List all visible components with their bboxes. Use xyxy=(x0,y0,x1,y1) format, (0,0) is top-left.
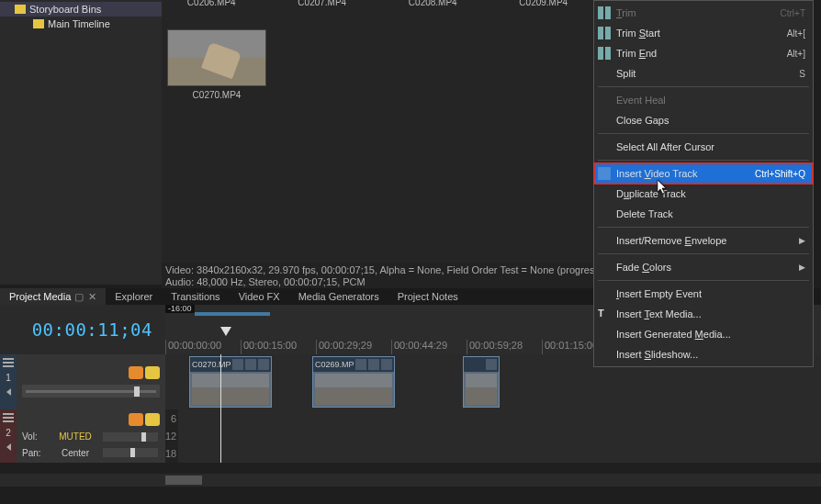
chevron-right-icon: ▶ xyxy=(799,263,805,272)
audio-track-2: 2 Vol: MUTED Pan: Center 6 12 18 xyxy=(0,409,821,463)
clip-menu-icon[interactable] xyxy=(381,359,392,370)
media-thumb[interactable]: C0207.MP4 xyxy=(276,0,369,7)
menu-label: Close Gaps xyxy=(616,115,669,126)
menu-shortcut: Ctrl+Shift+Q xyxy=(755,169,805,179)
menu-label: Duplicate Track xyxy=(616,188,686,199)
tab-video-fx[interactable]: Video FX xyxy=(230,288,289,305)
video-track-controls xyxy=(17,354,165,409)
video-clip[interactable] xyxy=(463,356,500,408)
close-icon[interactable]: ✕ xyxy=(87,292,96,301)
trim-icon xyxy=(598,27,611,39)
trim-icon xyxy=(598,47,611,60)
menu-separator xyxy=(598,280,809,281)
audio-track-lane[interactable] xyxy=(178,409,821,463)
pan-value: Center xyxy=(53,448,97,458)
menu-label: Insert Text Media... xyxy=(616,308,702,319)
solo-icon[interactable] xyxy=(145,413,160,426)
clip-crop-icon[interactable] xyxy=(355,359,366,370)
undock-icon[interactable]: ▢ xyxy=(74,292,84,301)
menu-separator xyxy=(598,227,809,228)
folder-icon xyxy=(15,5,26,14)
menu-label: Select All After Cursor xyxy=(616,141,714,152)
volume-slider[interactable] xyxy=(103,432,158,442)
hamburger-icon[interactable] xyxy=(3,358,14,360)
menu-item-fade-colors[interactable]: Fade Colors▶ xyxy=(594,257,813,277)
menu-item-delete-track[interactable]: Delete Track xyxy=(594,204,813,224)
tab-explorer[interactable]: Explorer xyxy=(106,288,162,305)
tree-item-storyboard-bins[interactable]: Storyboard Bins xyxy=(0,2,162,17)
tab-project-notes[interactable]: Project Notes xyxy=(388,288,467,305)
video-clip[interactable]: C0270.MP4 xyxy=(189,356,272,408)
menu-item-split[interactable]: SplitS xyxy=(594,63,813,84)
playhead-marker-icon[interactable] xyxy=(220,327,231,336)
menu-separator xyxy=(598,86,809,87)
menu-item-insert-text-media[interactable]: Insert Text Media... xyxy=(594,304,813,324)
clip-fx-icon[interactable] xyxy=(368,359,379,370)
bypass-fx-icon[interactable] xyxy=(129,366,143,379)
menu-item-insert-video-track[interactable]: Insert Video TrackCtrl+Shift+Q xyxy=(594,163,813,184)
menu-item-insert-remove-envelope[interactable]: Insert/Remove Envelope▶ xyxy=(594,230,813,251)
cursor-icon xyxy=(658,180,669,195)
media-thumb[interactable]: C0209.MP4 xyxy=(498,0,590,7)
menu-shortcut: Alt+[ xyxy=(787,28,805,39)
menu-label: Event Heal xyxy=(616,95,666,106)
trim-icon xyxy=(598,6,611,19)
hamburger-icon[interactable] xyxy=(3,413,14,415)
collapse-icon[interactable] xyxy=(6,388,11,396)
menu-item-insert-generated-media[interactable]: Insert Generated Media... xyxy=(594,324,813,344)
menu-label: Insert Empty Event xyxy=(616,288,702,299)
timecode-display[interactable]: 00:00:11;04 xyxy=(0,305,165,354)
context-menu: TrimCtrl+TTrim StartAlt+[Trim EndAlt+]Sp… xyxy=(593,0,814,367)
clip-menu-icon[interactable] xyxy=(486,359,497,370)
menu-label: Insert Generated Media... xyxy=(616,329,731,340)
audio-track-controls: Vol: MUTED Pan: Center xyxy=(17,409,165,463)
menu-separator xyxy=(598,253,809,254)
menu-label: Insert Video Track xyxy=(616,168,697,179)
track-handle[interactable]: 2 xyxy=(0,409,17,463)
media-thumb[interactable]: C0208.MP4 xyxy=(387,0,479,7)
solo-icon[interactable] xyxy=(145,366,160,379)
menu-item-trim-start[interactable]: Trim StartAlt+[ xyxy=(594,23,813,43)
media-thumb-selected[interactable]: C0270.MP4 xyxy=(165,7,268,100)
clip-menu-icon[interactable] xyxy=(258,359,269,370)
menu-label: Insert/Remove Envelope xyxy=(616,235,726,246)
clip-crop-icon[interactable] xyxy=(232,359,243,370)
collapse-icon[interactable] xyxy=(6,443,11,451)
pan-slider[interactable] xyxy=(103,448,158,457)
tab-transitions[interactable]: Transitions xyxy=(162,288,229,305)
volume-value: MUTED xyxy=(53,431,97,442)
tree-item-main-timeline[interactable]: Main Timeline xyxy=(0,17,162,31)
menu-item-event-heal: Event Heal xyxy=(594,90,813,110)
menu-separator xyxy=(598,133,809,134)
thumbnail-image xyxy=(167,29,266,86)
menu-label: Trim End xyxy=(616,48,657,59)
menu-item-duplicate-track[interactable]: Duplicate Track xyxy=(594,184,813,204)
video-clip[interactable]: C0269.MP4 xyxy=(312,356,395,408)
track-handle[interactable]: 1 xyxy=(0,354,17,409)
folder-icon xyxy=(33,19,44,28)
clip-fx-icon[interactable] xyxy=(245,359,256,370)
menu-label: Fade Colors xyxy=(616,262,671,273)
timeline-scrollbar[interactable] xyxy=(0,474,821,487)
track-icon xyxy=(598,167,611,180)
playhead[interactable] xyxy=(220,354,221,409)
menu-item-trim-end[interactable]: Trim EndAlt+] xyxy=(594,43,813,63)
menu-label: Trim Start xyxy=(616,28,660,39)
menu-item-select-all-after-cursor[interactable]: Select All After Cursor xyxy=(594,137,813,157)
menu-item-insert-empty-event[interactable]: Insert Empty Event xyxy=(594,284,813,304)
menu-label: Insert Slideshow... xyxy=(616,349,698,360)
bypass-fx-icon[interactable] xyxy=(129,413,143,426)
tree-label: Storyboard Bins xyxy=(29,4,101,15)
menu-separator xyxy=(598,160,809,161)
playhead[interactable] xyxy=(220,409,221,463)
menu-shortcut: S xyxy=(799,69,805,79)
menu-shortcut: Ctrl+T xyxy=(781,8,806,18)
menu-item-close-gaps[interactable]: Close Gaps xyxy=(594,110,813,130)
tab-project-media[interactable]: Project Media ▢ ✕ xyxy=(0,288,106,305)
media-thumb[interactable]: C0206.MP4 xyxy=(165,0,258,7)
tab-media-generators[interactable]: Media Generators xyxy=(289,288,388,305)
menu-item-insert-slideshow[interactable]: Insert Slideshow... xyxy=(594,344,813,364)
level-slider[interactable] xyxy=(22,385,160,398)
rate-slider[interactable]: -16:00 xyxy=(187,308,270,320)
chevron-right-icon: ▶ xyxy=(799,236,805,245)
